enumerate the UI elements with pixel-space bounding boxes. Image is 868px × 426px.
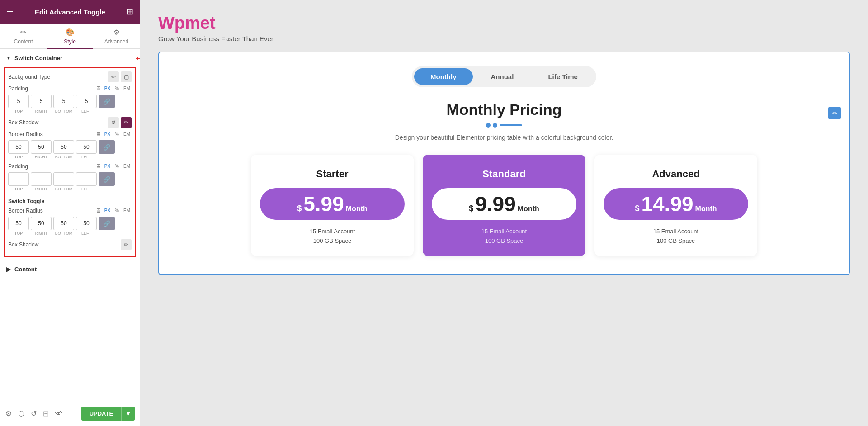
p2-sub-bottom: BOTTOM	[53, 187, 74, 191]
st-br-left[interactable]	[76, 217, 97, 230]
br1-left[interactable]	[76, 140, 97, 154]
br1-sub-right: RIGHT	[31, 155, 52, 159]
advanced-dollar: $	[635, 204, 639, 213]
grid-icon[interactable]: ⊞	[127, 7, 133, 17]
border-radius1-label: Border Radius	[8, 131, 43, 137]
padding2-top[interactable]	[8, 172, 29, 186]
switch-container-header[interactable]: ▼ Switch Container ←	[0, 49, 140, 67]
br1-link-btn[interactable]: 🔗	[99, 140, 115, 154]
br1-unit-em[interactable]: EM	[122, 131, 132, 137]
st-br-right[interactable]	[31, 217, 52, 230]
switch-toggle-title: Switch Toggle	[8, 198, 132, 204]
st-br-sublabels: TOP RIGHT BOTTOM LEFT	[8, 231, 132, 236]
hamburger-icon[interactable]: ☰	[6, 7, 14, 17]
padding2-label: Padding	[8, 163, 28, 170]
border-radius1-monitor-icon: 🖥	[95, 131, 101, 137]
tab-advanced[interactable]: ⚙ Advanced	[93, 24, 140, 49]
br1-unit-pct[interactable]: %	[113, 131, 120, 137]
st-sub-right: RIGHT	[31, 231, 52, 236]
advanced-tab-label: Advanced	[104, 38, 128, 45]
background-pencil-btn[interactable]: ✏	[108, 71, 119, 82]
sub-right: RIGHT	[31, 109, 52, 114]
settings-icon[interactable]: ⚙	[5, 409, 12, 418]
card-standard-price: $ 9.99 Month	[432, 188, 576, 220]
br1-bottom[interactable]	[53, 140, 74, 154]
tab-style[interactable]: 🎨 Style	[47, 24, 93, 49]
advanced-tab-icon: ⚙	[113, 28, 120, 37]
divider-dot-2	[493, 123, 497, 128]
st-box-shadow-edit-btn[interactable]: ✏	[121, 239, 132, 250]
history-icon[interactable]: ↺	[31, 409, 37, 418]
padding1-right[interactable]	[31, 95, 52, 108]
padding1-unit-em[interactable]: EM	[122, 85, 132, 91]
standard-feature-1: 15 Email Account	[481, 228, 527, 235]
padding2-unit-em[interactable]: EM	[122, 163, 132, 169]
padding2-bottom[interactable]	[53, 172, 74, 186]
preview-icon[interactable]: 👁	[55, 409, 62, 418]
padding1-bottom[interactable]	[53, 95, 74, 108]
pricing-heading: Monthly Pricing	[173, 101, 835, 118]
starter-amount: 5.99	[303, 194, 344, 214]
border-radius1-inputs: 🔗	[8, 140, 132, 154]
border-radius1-section: Border Radius 🖥 PX % EM 🔗 TO	[8, 131, 132, 159]
padding2-inputs: 🔗	[8, 172, 132, 186]
left-panel: ☰ Edit Advanced Toggle ⊞ ✏ Content 🎨 Sty…	[0, 0, 140, 426]
edit-indicator[interactable]: ✏	[828, 107, 841, 119]
padding2-monitor-icon: 🖥	[95, 163, 101, 170]
layers-icon[interactable]: ⬡	[18, 409, 24, 418]
br1-top[interactable]	[8, 140, 29, 154]
update-arrow-button[interactable]: ▼	[121, 407, 135, 421]
padding2-unit-px[interactable]: PX	[103, 163, 112, 169]
box-shadow1-row: Box Shadow ↺ ✏	[8, 117, 132, 128]
bottom-bar: ⚙ ⬡ ↺ ⊟ 👁 UPDATE ▼	[0, 401, 140, 426]
toggle-lifetime[interactable]: Life Time	[532, 68, 594, 85]
red-arrow-icon: ←	[133, 51, 140, 66]
padding2-link-btn[interactable]: 🔗	[99, 172, 115, 186]
box-shadow1-edit-btn[interactable]: ✏	[121, 117, 132, 128]
st-box-shadow-row: Box Shadow ✏	[8, 239, 132, 250]
st-br-unit-px[interactable]: PX	[103, 208, 112, 213]
br1-unit-px[interactable]: PX	[103, 131, 112, 137]
padding1-unit-px[interactable]: PX	[103, 85, 112, 91]
background-type-controls: ✏ ▢	[108, 71, 132, 82]
p2-sub-top: TOP	[8, 187, 29, 191]
divider-dot-1	[486, 123, 491, 128]
padding1-top[interactable]	[8, 95, 29, 108]
st-sub-bottom: BOTTOM	[53, 231, 74, 236]
st-border-radius-header: Border Radius 🖥 PX % EM	[8, 207, 132, 214]
p2-sub-right: RIGHT	[31, 187, 52, 191]
box-shadow1-refresh-btn[interactable]: ↺	[108, 117, 119, 128]
st-br-top[interactable]	[8, 217, 29, 230]
padding1-monitor-icon: 🖥	[95, 85, 101, 92]
padding2-right[interactable]	[31, 172, 52, 186]
toggle-monthly[interactable]: Monthly	[414, 68, 473, 85]
st-br-link-btn[interactable]: 🔗	[99, 217, 115, 230]
padding2-sublabels: TOP RIGHT BOTTOM LEFT	[8, 187, 132, 191]
padding1-left[interactable]	[76, 95, 97, 108]
content-tab-icon: ✏	[20, 28, 26, 37]
st-br-bottom[interactable]	[53, 217, 74, 230]
padding2-unit-pct[interactable]: %	[113, 163, 120, 169]
padding1-unit-pct[interactable]: %	[113, 85, 120, 91]
padding1-section: Padding 🖥 PX % EM 🔗 TOP	[8, 85, 132, 114]
toggle-annual[interactable]: Annual	[475, 68, 530, 85]
content-label: Content	[14, 266, 37, 273]
content-collapse-icon: ▶	[6, 266, 11, 273]
update-button[interactable]: UPDATE	[81, 407, 121, 421]
padding2-left[interactable]	[76, 172, 97, 186]
padding1-link-btn[interactable]: 🔗	[99, 95, 115, 108]
responsive-icon[interactable]: ⊟	[43, 409, 49, 418]
content-section-header[interactable]: ▶ Content	[6, 266, 133, 273]
standard-amount: 9.99	[475, 194, 516, 214]
st-border-radius-inputs: 🔗	[8, 217, 132, 230]
st-br-unit-pct[interactable]: %	[113, 208, 120, 213]
background-square-btn[interactable]: ▢	[121, 71, 132, 82]
st-br-unit-em[interactable]: EM	[122, 208, 132, 213]
padding1-header: Padding 🖥 PX % EM	[8, 85, 132, 92]
pricing-divider	[173, 123, 835, 128]
box-shadow1-controls: ↺ ✏	[108, 117, 132, 128]
br1-right[interactable]	[31, 140, 52, 154]
card-advanced-title: Advanced	[652, 168, 699, 180]
tab-content[interactable]: ✏ Content	[0, 24, 47, 49]
advanced-feature-2: 100 GB Space	[657, 237, 695, 244]
